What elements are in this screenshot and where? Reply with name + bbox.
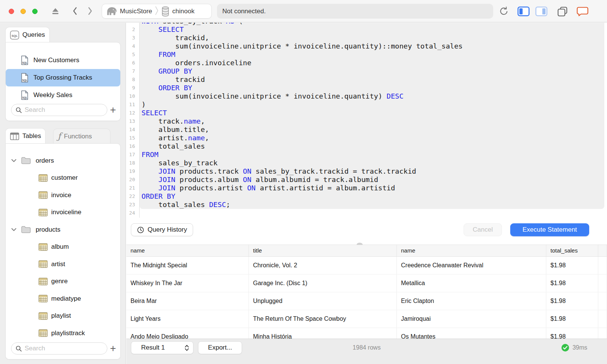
table-cell[interactable]: $1.98	[546, 257, 598, 274]
add-table-button[interactable]: +	[107, 342, 119, 355]
table-cell[interactable]: Ando Meio Desligado	[126, 328, 249, 339]
tables-panel: orderscustomerinvoiceinvoicelineproducts…	[5, 143, 121, 359]
breadcrumb-server[interactable]: MusicStore	[105, 6, 152, 16]
minimize-window-button[interactable]	[20, 9, 26, 14]
tree-table-item[interactable]: genre	[6, 273, 120, 290]
tree-table-item[interactable]: invoice	[6, 187, 120, 204]
tables-tree: orderscustomerinvoiceinvoicelineproducts…	[6, 144, 120, 342]
queries-search[interactable]	[11, 104, 107, 116]
tree-folder[interactable]: products	[6, 221, 120, 238]
sidebar-left-toggle-icon[interactable]	[517, 6, 530, 16]
code-text: FROM	[138, 151, 159, 159]
table-cell[interactable]: Jamiroquai	[397, 310, 546, 328]
table-row[interactable]: The Midnight SpecialChronicle, Vol. 2Cre…	[126, 257, 607, 275]
sidebar-right-toggle-icon[interactable]	[535, 6, 548, 16]
back-button[interactable]	[71, 6, 79, 16]
chevron-down-icon[interactable]	[11, 158, 17, 163]
eject-icon[interactable]	[51, 6, 60, 16]
table-cell[interactable]: Chronicle, Vol. 2	[249, 257, 397, 274]
forward-button[interactable]	[86, 6, 94, 16]
sql-file-icon: SQL	[21, 90, 28, 100]
table-cell[interactable]: Metallica	[397, 275, 546, 292]
table-cell[interactable]: Light Years	[126, 310, 249, 328]
queries-search-input[interactable]	[25, 106, 103, 114]
table-cell[interactable]: $1.98	[546, 292, 598, 310]
table-cell[interactable]: Garage Inc. (Disc 1)	[249, 275, 397, 292]
table-row[interactable]: Beira MarUnpluggedEric Clapton$1.98	[126, 292, 607, 310]
query-timing: 39ms	[561, 341, 587, 354]
sql-editor[interactable]: 1WITH sales_by_track AS (2 SELECT3 track…	[126, 23, 607, 222]
column-header[interactable]: name	[397, 245, 546, 256]
editor-line: 13 track.name,	[126, 117, 607, 126]
table-row[interactable]: Whiskey In The JarGarage Inc. (Disc 1)Me…	[126, 275, 607, 292]
svg-text:SQL: SQL	[22, 61, 28, 64]
query-item[interactable]: SQLTop Grossing Tracks	[6, 69, 120, 86]
tables-search-input[interactable]	[25, 345, 103, 352]
line-number: 7	[126, 67, 138, 75]
table-cell[interactable]: $1.98	[546, 328, 598, 339]
clock-icon	[137, 226, 144, 234]
table-cell[interactable]: Unplugged	[249, 292, 397, 310]
tree-folder[interactable]: orders	[6, 152, 120, 169]
tab-tables[interactable]: Tables	[5, 128, 46, 144]
line-number: 24	[126, 209, 138, 217]
tab-queries[interactable]: SQL Queries	[5, 27, 50, 42]
cancel-button[interactable]: Cancel	[464, 223, 502, 236]
query-history-button[interactable]: Query History	[131, 223, 193, 236]
line-number: 6	[126, 59, 138, 67]
tree-item-label: invoiceline	[51, 209, 81, 216]
line-number: 12	[126, 109, 138, 117]
code-text: ORDER BY	[138, 192, 175, 201]
close-window-button[interactable]	[9, 9, 14, 14]
query-item[interactable]: SQLWeekly Sales	[6, 86, 120, 104]
table-cell[interactable]: Eric Clapton	[397, 292, 546, 310]
result-selector[interactable]: Result 1	[131, 341, 193, 354]
tables-search[interactable]	[11, 342, 107, 355]
column-header[interactable]: title	[249, 245, 397, 256]
results-table: nametitlenametotal_sales The Midnight Sp…	[126, 245, 607, 339]
execute-statement-button[interactable]: Execute Statement	[510, 223, 589, 236]
table-cell[interactable]: Os Mutantes	[397, 328, 546, 339]
queries-list: SQLNew CustomersSQLTop Grossing TracksSQ…	[6, 42, 120, 104]
code-text: JOIN products.track ON sales_by_track.tr…	[138, 167, 416, 176]
table-row[interactable]: Light YearsThe Return Of The Space Cowbo…	[126, 310, 607, 328]
editor-line: 1WITH sales_by_track AS (	[126, 23, 607, 25]
table-cell[interactable]: The Return Of The Space Cowboy	[249, 310, 397, 328]
code-text: track.name,	[138, 117, 205, 126]
tab-functions[interactable]: ƒ Functions	[53, 129, 110, 144]
chat-bubble-icon[interactable]	[576, 6, 588, 17]
tree-table-item[interactable]: invoiceline	[6, 204, 120, 221]
line-number: 4	[126, 42, 138, 50]
editor-line: 4 sum(invoiceline.unitprice * invoicelin…	[126, 42, 607, 50]
tree-table-item[interactable]: album	[6, 238, 120, 256]
duration-label: 39ms	[572, 344, 587, 351]
chevron-down-icon[interactable]	[11, 228, 17, 232]
zoom-window-button[interactable]	[32, 9, 38, 14]
table-cell[interactable]: Creedence Clearwater Revival	[397, 257, 546, 274]
table-row[interactable]: Ando Meio DesligadoMinha HistóriaOs Muta…	[126, 328, 607, 339]
tree-table-item[interactable]: artist	[6, 256, 120, 273]
table-icon	[38, 191, 48, 199]
code-text: )	[138, 100, 146, 109]
table-cell[interactable]: Minha História	[249, 328, 397, 339]
table-cell[interactable]: Beira Mar	[126, 292, 249, 310]
table-icon	[38, 295, 48, 303]
tree-table-item[interactable]: mediatype	[6, 290, 120, 308]
add-query-button[interactable]: +	[107, 104, 119, 116]
refresh-button[interactable]	[498, 6, 509, 16]
duplicate-window-icon[interactable]	[557, 6, 568, 17]
table-cell[interactable]: $1.98	[546, 275, 598, 292]
export-button[interactable]: Export...	[198, 341, 242, 354]
table-cell[interactable]: $1.98	[546, 310, 598, 328]
line-number: 2	[126, 25, 138, 34]
column-header[interactable]: name	[126, 245, 249, 256]
tree-table-item[interactable]: playlist	[6, 308, 120, 325]
table-cell[interactable]: Whiskey In The Jar	[126, 275, 249, 292]
toolbar: MusicStore chinook Not connected.	[0, 0, 607, 22]
query-item[interactable]: SQLNew Customers	[6, 52, 120, 69]
breadcrumb-database[interactable]: chinook	[161, 6, 195, 17]
tree-table-item[interactable]: customer	[6, 169, 120, 187]
column-header[interactable]: total_sales	[546, 245, 598, 256]
table-cell[interactable]: The Midnight Special	[126, 257, 249, 274]
editor-lines: 1WITH sales_by_track AS (2 SELECT3 track…	[126, 23, 607, 217]
